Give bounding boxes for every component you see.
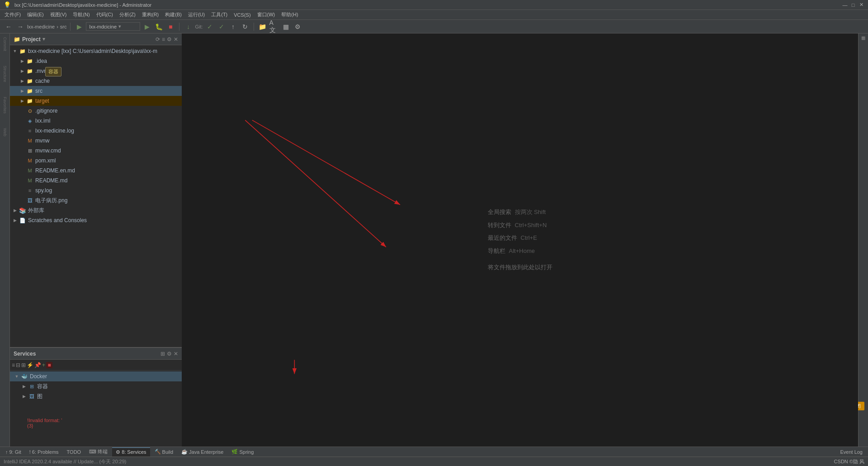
breadcrumb-src[interactable]: src — [60, 24, 67, 29]
tree-label-root: bxx-medicine [lxx] C:\Users\admin\Deskto… — [28, 48, 157, 54]
tree-item-ext-lib[interactable]: ▶ 📚 外部库 — [10, 205, 182, 215]
tree-item-log[interactable]: ▶ ≡ lxx-medicine.log — [10, 126, 182, 136]
tab-todo[interactable]: TODO — [63, 447, 85, 456]
tree-arrow-target: ▶ — [19, 98, 25, 104]
toolbar-translate[interactable]: A文 — [269, 22, 279, 32]
tree-item-src[interactable]: ▶ 📁 src — [10, 86, 182, 96]
services-settings-btn[interactable]: ⚙ — [167, 351, 172, 357]
toolbar-git-update[interactable]: ↓ — [183, 22, 193, 32]
right-icon-1[interactable]: ▦ — [861, 35, 865, 40]
tab-git[interactable]: ↑ 9: Git — [2, 447, 25, 456]
services-btn-4[interactable]: ⚡ — [27, 362, 33, 368]
tree-item-mvn[interactable]: ▶ 📁 .mvn — [10, 66, 182, 76]
menu-tools[interactable]: 工具(T) — [208, 10, 230, 20]
toolbar-forward[interactable]: → — [15, 22, 25, 32]
tab-build[interactable]: 🔨 Build — [151, 447, 177, 456]
menu-build[interactable]: 构建(B) — [162, 10, 184, 20]
hint-global-search-label: 全局搜索 — [488, 206, 511, 219]
tab-java-enterprise[interactable]: ☕ Java Enterprise — [178, 447, 227, 456]
services-btn-2[interactable]: ⊟ — [16, 362, 20, 368]
breadcrumb-project[interactable]: lxx-medicine — [27, 24, 55, 29]
toolbar-git-push[interactable]: ↑ — [228, 22, 238, 32]
run-btn[interactable]: ▶ — [142, 22, 152, 32]
tree-item-png[interactable]: ▶ 🖼 电子病历.png — [10, 195, 182, 205]
menu-vcs[interactable]: VCS(S) — [231, 10, 253, 20]
menu-view[interactable]: 视图(V) — [47, 10, 70, 20]
tab-spring[interactable]: 🌿 Spring — [228, 447, 257, 456]
services-image-arrow: ▶ — [21, 393, 27, 399]
menu-run[interactable]: 运行(U) — [185, 10, 208, 20]
stop-btn[interactable]: ■ — [165, 22, 175, 32]
file-icon-png: 🖼 — [26, 197, 33, 204]
tab-event-log[interactable]: Event Log — [836, 447, 866, 456]
services-tooltip: 容器 — [45, 67, 61, 76]
menu-edit[interactable]: 编辑(E) — [24, 10, 47, 20]
tab-problems[interactable]: ! 6: Problems — [26, 447, 62, 456]
tree-item-idea[interactable]: ▶ 📁 .idea — [10, 56, 182, 66]
tree-item-spylog[interactable]: ▶ ≡ spy.log — [10, 185, 182, 195]
tree-item-gitignore[interactable]: ▶ ⊙ .gitignore — [10, 106, 182, 116]
tree-item-readme-en[interactable]: ▶ M README.en.md — [10, 166, 182, 176]
services-btn-3[interactable]: ⊞ — [21, 362, 26, 368]
hint-global-search-key: 按两次 Shift — [515, 206, 546, 219]
run-config-dropdown[interactable]: lxx-mdcicine ▾ — [86, 22, 140, 31]
toolbar-git-refresh[interactable]: ↻ — [240, 22, 250, 32]
menu-file[interactable]: 文件(F) — [2, 10, 24, 20]
sidebar-structure[interactable]: Structure — [3, 64, 7, 84]
tree-item-readme[interactable]: ▶ M README.md — [10, 176, 182, 185]
file-icon-iml: ◈ — [26, 117, 33, 124]
tree-item-iml[interactable]: ▶ ◈ lxx.iml — [10, 116, 182, 126]
tree-item-cache[interactable]: ▶ 📁 cache — [10, 76, 182, 86]
tree-item-mvnwcmd[interactable]: ▶ ⊞ mvnw.cmd — [10, 146, 182, 156]
maximize-btn[interactable]: □ — [850, 2, 856, 8]
toolbar-git-check2[interactable]: ✓ — [217, 22, 226, 32]
services-close-btn[interactable]: ✕ — [174, 351, 178, 357]
tree-item-scratches[interactable]: ▶ 📄 Scratches and Consoles — [10, 215, 182, 225]
services-container-item[interactable]: ▶ ⊞ 容器 — [10, 381, 182, 391]
menu-analyze[interactable]: 分析(Z) — [117, 10, 138, 20]
tree-root[interactable]: ▼ 📁 bxx-medicine [lxx] C:\Users\admin\De… — [10, 46, 182, 56]
file-icon-log: ≡ — [26, 127, 33, 134]
services-expand-btn[interactable]: ⊞ — [160, 351, 165, 357]
services-btn-1[interactable]: ≡ — [12, 362, 15, 368]
tab-services[interactable]: ⚙ 8: Services — [112, 447, 150, 456]
toolbar-folder[interactable]: 📁 — [258, 22, 268, 32]
tree-item-pom[interactable]: ▶ M pom.xml — [10, 156, 182, 166]
close-btn[interactable]: ✕ — [858, 2, 864, 8]
tab-terminal[interactable]: ⌨ 终端 — [85, 447, 111, 456]
debug-btn[interactable]: 🐛 — [154, 22, 164, 32]
tree-label-png: 电子病历.png — [35, 197, 67, 204]
toolbar-back[interactable]: ← — [4, 22, 14, 32]
sidebar-favorites[interactable]: Favorites — [3, 95, 7, 115]
toolbar-git-check[interactable]: ✓ — [205, 22, 215, 32]
toolbar-settings[interactable]: ⚙ — [293, 22, 303, 32]
toolbar-green-arrow[interactable]: ▶ — [74, 22, 84, 32]
services-btn-5[interactable]: 📌 — [34, 362, 41, 368]
panel-sync-btn[interactable]: ⟳ — [156, 36, 160, 43]
file-icon-readme-en: M — [26, 167, 33, 174]
hint-recent-files-label: 最近的文件 — [488, 232, 517, 245]
file-icon-mvnwcmd: ⊞ — [26, 147, 33, 154]
tree-item-target[interactable]: ▶ 📁 target — [10, 96, 182, 106]
toolbar-layout[interactable]: ▦ — [281, 22, 291, 32]
tree-arrow-ext-lib: ▶ — [12, 207, 18, 214]
sidebar-web[interactable]: Web — [3, 126, 7, 138]
tree-item-mvnw[interactable]: ▶ M mvnw — [10, 136, 182, 146]
services-image-item[interactable]: ▶ 🖼 图 — [10, 391, 182, 401]
menu-code[interactable]: 代码(C) — [94, 10, 116, 20]
menu-refactor[interactable]: 重构(R) — [139, 10, 161, 20]
minimize-btn[interactable]: — — [842, 2, 848, 8]
menu-nav[interactable]: 导航(N) — [70, 10, 92, 20]
right-sidebar-icons: ▦ — [858, 33, 868, 447]
menu-help[interactable]: 帮助(H) — [278, 10, 301, 20]
tree-arrow-cache: ▶ — [19, 78, 25, 84]
services-docker-item[interactable]: ▼ 🐳 Docker — [10, 371, 182, 381]
file-icon-spylog: ≡ — [26, 187, 33, 194]
menu-window[interactable]: 窗口(W) — [255, 10, 278, 20]
panel-collapse-btn[interactable]: ≡ — [162, 36, 165, 43]
services-btn-add[interactable]: + — [42, 362, 45, 368]
panel-close-btn[interactable]: ✕ — [174, 36, 178, 43]
panel-settings-btn[interactable]: ⚙ — [167, 36, 172, 43]
services-stop-icon: ■ — [46, 362, 52, 368]
sidebar-commit[interactable]: Commit — [3, 35, 7, 53]
